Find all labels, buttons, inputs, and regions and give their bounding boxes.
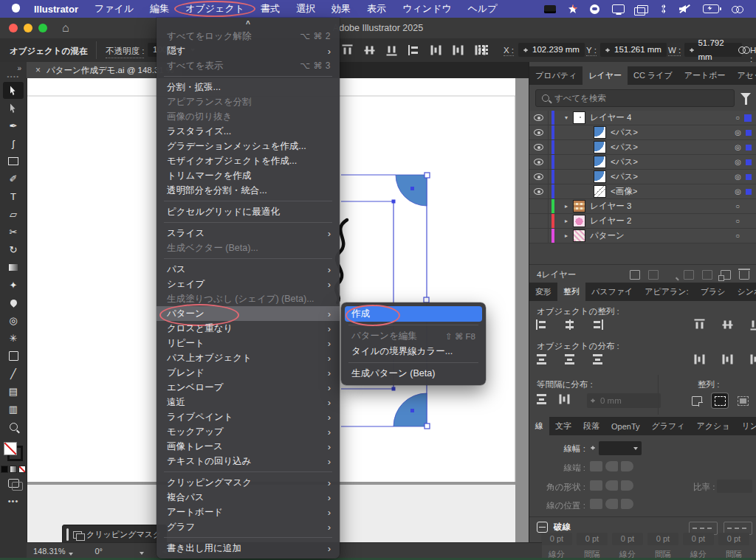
stroke-weight-select[interactable] xyxy=(599,441,642,455)
menu-item[interactable]: ブレンド› xyxy=(157,365,340,380)
menubar-item[interactable]: Illustrator xyxy=(26,4,86,15)
menubar-item[interactable]: 選択 xyxy=(288,2,323,15)
close-tab-icon[interactable]: × xyxy=(35,65,41,75)
dist-hcenter-icon[interactable] xyxy=(723,353,733,366)
align-right-icon[interactable] xyxy=(591,319,604,330)
align-bottom-icon[interactable] xyxy=(751,319,756,331)
visibility-cell[interactable] xyxy=(529,140,549,154)
menubar-item[interactable]: ファイル xyxy=(86,2,142,15)
draw-mode-icon[interactable] xyxy=(8,479,19,488)
submenu-item[interactable]: タイルの境界線カラー... xyxy=(345,344,482,359)
menubar-item[interactable]: ヘルプ xyxy=(460,2,506,15)
keyboard-icon[interactable] xyxy=(544,5,556,13)
layer-thumbnail[interactable] xyxy=(594,170,606,183)
target-icon[interactable]: ○ xyxy=(735,218,740,225)
target-icon[interactable]: ◎ xyxy=(735,173,741,181)
w-field[interactable]: 51.792 mm xyxy=(684,43,742,57)
menu-item[interactable]: 書き出し用に追加› xyxy=(157,541,340,556)
visibility-cell[interactable] xyxy=(529,111,549,125)
menubar-item[interactable]: ウィンドウ xyxy=(394,2,460,15)
target-icon[interactable]: ◎ xyxy=(735,159,741,166)
menu-item[interactable]: グラデーションメッシュを作成... xyxy=(157,139,340,153)
layer-thumbnail[interactable] xyxy=(573,111,585,124)
filter-icon[interactable] xyxy=(740,93,751,104)
menu-item[interactable]: リピート› xyxy=(157,336,340,350)
layer-thumbnail[interactable] xyxy=(594,156,606,168)
menu-item[interactable]: ライブペイント› xyxy=(157,409,340,424)
scissors-tool[interactable]: ✂ xyxy=(3,224,24,241)
dashed-line-checkbox[interactable] xyxy=(537,522,548,533)
submenu-item[interactable]: 作成 xyxy=(345,306,482,322)
new-layer-icon[interactable] xyxy=(721,270,731,280)
dist-left-icon[interactable] xyxy=(695,353,705,366)
selection-tool[interactable] xyxy=(3,82,24,99)
pen-tool[interactable]: ✒ xyxy=(3,117,24,134)
stroke-tab[interactable]: グラフィ xyxy=(646,417,691,435)
layer-thumbnail[interactable] xyxy=(594,141,606,153)
stroke-outside-icon[interactable] xyxy=(621,499,633,509)
target-icon[interactable]: ◎ xyxy=(735,188,741,196)
target-icon[interactable]: ○ xyxy=(735,203,740,210)
layer-name[interactable]: レイヤー 2 xyxy=(590,215,631,227)
layer-name[interactable]: レイヤー 3 xyxy=(590,201,631,212)
expand-chevron-icon[interactable]: ▸ xyxy=(562,232,571,239)
menu-item[interactable]: ピクセルグリッドに最適化 xyxy=(157,204,340,219)
make-mask-icon[interactable] xyxy=(684,270,694,280)
y-field[interactable]: 151.261 mm xyxy=(600,43,667,57)
dist-top-icon[interactable] xyxy=(535,354,548,364)
menu-item[interactable]: ラスタライズ... xyxy=(157,124,340,139)
projecting-cap-icon[interactable] xyxy=(621,461,633,471)
layer-name[interactable]: <パス> xyxy=(611,127,638,138)
align-tab[interactable]: シンボル xyxy=(731,283,756,301)
expand-chevron-icon[interactable]: ▸ xyxy=(562,218,571,224)
dist-hcenter-icon[interactable] xyxy=(453,44,464,57)
align-tab[interactable]: パスファイ xyxy=(585,283,639,301)
dropbox-icon[interactable]: 2 xyxy=(568,4,577,13)
expand-chevron-icon[interactable]: ▸ xyxy=(562,203,571,210)
expand-chevron-icon[interactable]: ▾ xyxy=(562,114,571,121)
target-icon[interactable]: ○ xyxy=(735,232,740,240)
menu-item[interactable]: パス› xyxy=(157,262,340,277)
drag-handle-icon[interactable] xyxy=(66,528,69,541)
align-hcenter-icon[interactable] xyxy=(563,319,576,330)
menu-item[interactable]: スライス› xyxy=(157,226,340,241)
edit-toolbar-icon[interactable]: ••• xyxy=(8,497,19,505)
apple-menu[interactable] xyxy=(7,2,26,15)
target-icon[interactable]: ◎ xyxy=(735,129,741,136)
visibility-cell[interactable] xyxy=(529,199,549,213)
layer-row[interactable]: ▸パターン○ xyxy=(529,229,756,243)
valign-middle-icon[interactable] xyxy=(365,44,375,57)
dist-left-icon[interactable] xyxy=(431,44,441,57)
align-tab[interactable]: 変形 xyxy=(529,283,557,301)
delete-layer-icon[interactable] xyxy=(739,271,749,280)
fill-none-swatch[interactable] xyxy=(4,442,17,455)
align-to-artboard-icon[interactable] xyxy=(689,393,705,408)
align-to-key-object-icon[interactable] xyxy=(735,393,751,408)
layers-tab[interactable]: CC ライブ xyxy=(628,66,678,85)
menubar-item[interactable]: 書式 xyxy=(252,2,288,15)
layer-name[interactable]: パターン xyxy=(590,230,625,241)
free-transform-tool[interactable]: ▱ xyxy=(3,206,24,223)
shaper-tool[interactable]: ✦ xyxy=(3,277,24,294)
menu-item[interactable]: モザイクオブジェクトを作成... xyxy=(157,153,340,168)
layer-row[interactable]: ▸レイヤー 3○ xyxy=(529,199,756,214)
symbol-sprayer-tool[interactable]: ✳ xyxy=(3,330,24,347)
vertical-space-icon[interactable] xyxy=(535,394,548,404)
asset-export-tool[interactable]: ▤ xyxy=(3,383,24,400)
stroke-tab[interactable]: アクショ xyxy=(691,417,736,435)
layer-row[interactable]: ▾レイヤー 4○ xyxy=(529,111,756,125)
menu-item[interactable]: 透明部分を分割・統合... xyxy=(157,183,340,198)
layers-tab[interactable]: プロパティ xyxy=(529,66,583,85)
search-layers-icon[interactable] xyxy=(667,271,676,279)
layers-tab[interactable]: レイヤー xyxy=(583,66,628,85)
toolbar-grip[interactable]: •••• xyxy=(7,74,19,80)
halign-left-icon[interactable] xyxy=(408,45,420,55)
zoom-tool[interactable] xyxy=(3,418,24,435)
horizontal-space-icon[interactable] xyxy=(560,393,570,406)
gradient-button[interactable] xyxy=(10,466,17,473)
visibility-cell[interactable] xyxy=(529,125,549,139)
layer-row[interactable]: ▸レイヤー 2○ xyxy=(529,214,756,229)
menu-item[interactable]: シェイプ› xyxy=(157,277,340,291)
align-left-icon[interactable] xyxy=(535,319,548,330)
stroke-weight-stepper[interactable] xyxy=(590,443,596,452)
